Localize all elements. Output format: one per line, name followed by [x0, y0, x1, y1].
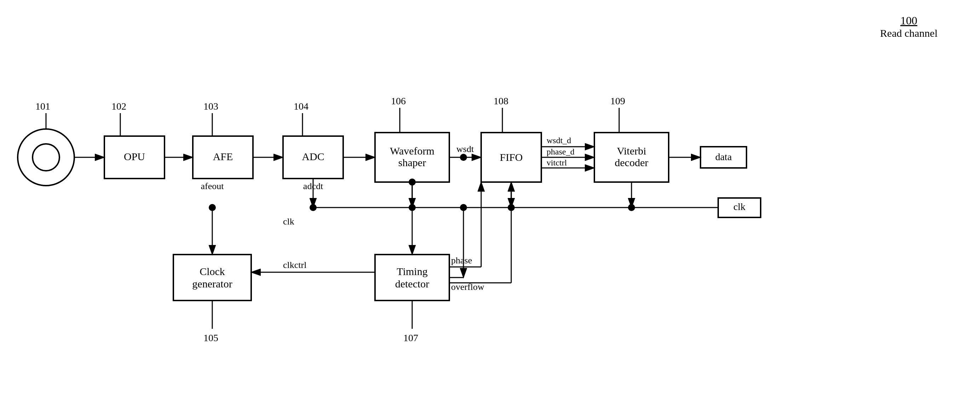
svg-text:generator: generator	[192, 278, 232, 290]
svg-text:phase_d: phase_d	[547, 147, 574, 156]
diagram-title: Read channel	[880, 27, 937, 39]
top-label: 100 Read channel	[880, 14, 937, 39]
diagram: 101 OPU 102 AFE 103 afeout ADC 104 adcdt	[0, 0, 980, 420]
block-diagram-svg: 101 OPU 102 AFE 103 afeout ADC 104 adcdt	[0, 0, 980, 420]
svg-point-31	[460, 154, 467, 161]
svg-text:104: 104	[294, 101, 309, 112]
svg-text:OPU: OPU	[124, 151, 145, 162]
svg-rect-64	[173, 255, 251, 301]
svg-text:wsdt_d: wsdt_d	[547, 136, 571, 145]
svg-point-3	[33, 144, 59, 171]
svg-text:afeout: afeout	[201, 181, 224, 191]
svg-text:overflow: overflow	[451, 282, 484, 292]
svg-text:103: 103	[204, 101, 218, 112]
svg-text:decoder: decoder	[615, 157, 649, 168]
svg-text:107: 107	[403, 332, 418, 343]
svg-text:FIFO: FIFO	[500, 151, 523, 163]
svg-text:vitctrl: vitctrl	[547, 158, 567, 167]
svg-text:phase: phase	[451, 255, 472, 266]
svg-text:clkctrl: clkctrl	[283, 260, 306, 270]
svg-text:106: 106	[391, 95, 406, 106]
svg-text:detector: detector	[395, 278, 430, 290]
svg-point-70	[209, 204, 216, 211]
svg-text:AFE: AFE	[213, 151, 233, 162]
svg-text:108: 108	[493, 95, 508, 106]
svg-rect-71	[375, 255, 449, 301]
svg-text:Timing: Timing	[396, 266, 427, 277]
svg-text:Clock: Clock	[199, 266, 225, 277]
svg-text:data: data	[715, 151, 732, 162]
svg-text:102: 102	[111, 101, 126, 112]
main-ref: 100	[880, 14, 937, 27]
svg-text:105: 105	[204, 332, 218, 343]
svg-text:Viterbi: Viterbi	[617, 145, 646, 157]
svg-text:101: 101	[35, 101, 50, 112]
svg-text:ADC: ADC	[302, 151, 324, 162]
svg-text:Waveform: Waveform	[390, 145, 434, 157]
svg-point-2	[18, 129, 74, 185]
svg-text:wsdt: wsdt	[457, 144, 474, 154]
svg-text:shaper: shaper	[398, 157, 426, 168]
svg-text:109: 109	[610, 95, 625, 106]
svg-text:clk: clk	[283, 216, 294, 227]
svg-text:clk: clk	[733, 201, 745, 212]
